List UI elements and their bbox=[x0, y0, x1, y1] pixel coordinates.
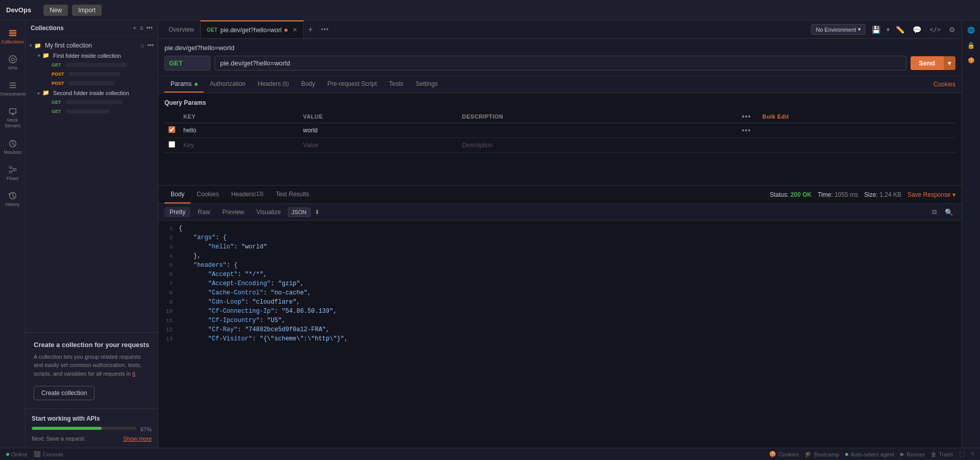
resp-tab-test-results[interactable]: Test Results bbox=[270, 186, 315, 203]
line-content: "args": { bbox=[179, 234, 227, 243]
code-view-preview[interactable]: Preview bbox=[217, 207, 249, 217]
req-tab-headers[interactable]: Headers (5) bbox=[252, 76, 295, 93]
tab-request[interactable]: GET pie.dev/get?hello=worl ✕ bbox=[200, 20, 304, 38]
req-tab-authorization[interactable]: Authorization bbox=[204, 76, 252, 93]
status-auto-select[interactable]: Auto-select agent bbox=[845, 451, 894, 457]
comment-icon-button[interactable]: 💬 bbox=[911, 24, 923, 36]
req-tab-body[interactable]: Body bbox=[295, 76, 321, 93]
param-key-1[interactable]: hello bbox=[179, 123, 299, 138]
online-dot bbox=[6, 453, 9, 456]
param-value-placeholder[interactable]: Value bbox=[299, 138, 458, 153]
copy-response-button[interactable]: ⧉ bbox=[930, 207, 939, 217]
save-button[interactable]: 💾 bbox=[870, 24, 882, 36]
status-runner[interactable]: ▶ Runner bbox=[900, 451, 925, 457]
show-more-link[interactable]: Show more bbox=[123, 435, 152, 442]
progress-bar-fill bbox=[32, 427, 102, 430]
sidebar-item-apis[interactable]: APIs bbox=[2, 51, 24, 75]
bulk-edit-button[interactable]: Bulk Edit bbox=[762, 113, 789, 120]
url-input[interactable] bbox=[214, 56, 906, 71]
line-content: "Cdn-Loop": "cloudflare", bbox=[179, 298, 300, 308]
status-trash[interactable]: 🗑 Trash bbox=[931, 451, 953, 457]
create-collection-link[interactable]: it bbox=[132, 371, 135, 377]
param-desc-1[interactable] bbox=[458, 123, 738, 138]
tab-overview[interactable]: Overview bbox=[162, 20, 200, 38]
tab-bar-right: No Environment ▾ 💾 ▾ ✏️ 💬 </> ⚙ bbox=[811, 24, 958, 36]
sidebar-label-mock-servers: Mock Servers bbox=[4, 118, 22, 129]
three-dots-icon[interactable]: ••• bbox=[742, 112, 751, 121]
tab-add-button[interactable]: + bbox=[304, 25, 317, 34]
line-content: "hello": "world" bbox=[179, 243, 267, 252]
save-chevron-icon[interactable]: ▾ bbox=[887, 26, 890, 33]
param-desc-placeholder[interactable]: Description bbox=[458, 138, 738, 153]
tab-close-icon[interactable]: ✕ bbox=[293, 27, 297, 33]
env-selector[interactable]: No Environment ▾ bbox=[811, 24, 866, 35]
param-key-placeholder[interactable]: Key bbox=[179, 138, 299, 153]
search-response-button[interactable]: 🔍 bbox=[943, 207, 955, 217]
auto-select-label: Auto-select agent bbox=[850, 451, 894, 457]
add-collection-icon[interactable]: + bbox=[133, 25, 136, 32]
code-line: 5 "headers": { bbox=[158, 262, 962, 271]
more-options-icon[interactable]: ••• bbox=[146, 25, 153, 32]
sidebar-item-history[interactable]: History bbox=[2, 187, 24, 211]
code-view-visualize[interactable]: Visualize bbox=[251, 207, 286, 217]
param-value-1[interactable]: world bbox=[299, 123, 458, 138]
sidebar-item-monitors[interactable]: Monitors bbox=[2, 135, 24, 159]
sidebar-item-collections[interactable]: Collections bbox=[2, 25, 24, 49]
line-number: 3 bbox=[158, 243, 179, 252]
settings-icon-button[interactable]: ⚙ bbox=[947, 24, 958, 36]
code-icon-button[interactable]: </> bbox=[927, 24, 943, 35]
folder2-header[interactable]: ▸ 📁 Second folder inside collection bbox=[34, 88, 158, 98]
req-tab-pre-request[interactable]: Pre-request Script bbox=[321, 76, 383, 93]
status-online[interactable]: Online bbox=[6, 451, 28, 457]
table-row: Key Value Description bbox=[164, 138, 955, 153]
code-view-pretty[interactable]: Pretty bbox=[164, 207, 190, 217]
sidebar-item-mock-servers[interactable]: Mock Servers bbox=[2, 103, 24, 133]
row-checkbox-1[interactable] bbox=[169, 126, 175, 133]
sidebar-item-flows[interactable]: Flows bbox=[2, 161, 24, 185]
sidebar-item-environments[interactable]: Environments bbox=[2, 77, 24, 101]
folder1-header[interactable]: ▾ 📁 First folder inside collection bbox=[34, 51, 158, 60]
sort-icon[interactable]: ≡ bbox=[139, 25, 143, 32]
lock-icon[interactable]: 🔒 bbox=[965, 40, 977, 51]
resp-tab-cookies[interactable]: Cookies bbox=[190, 186, 225, 203]
import-button[interactable]: Import bbox=[72, 5, 102, 16]
collection-row[interactable]: ▾ 📁 My first collection ☆ ••• bbox=[26, 40, 158, 51]
send-dropdown-button[interactable]: ▾ bbox=[943, 56, 955, 70]
send-button[interactable]: Send bbox=[911, 56, 943, 70]
code-view-raw[interactable]: Raw bbox=[193, 207, 215, 217]
save-response-button[interactable]: Save Response ▾ bbox=[907, 191, 955, 198]
status-help[interactable]: ? bbox=[971, 451, 974, 457]
tab-method-badge: GET bbox=[207, 27, 218, 33]
req-tab-tests[interactable]: Tests bbox=[383, 76, 410, 93]
create-collection-button[interactable]: Create collection bbox=[34, 386, 94, 400]
line-content: }, bbox=[179, 252, 201, 262]
status-expand[interactable]: ⛶ bbox=[959, 451, 965, 457]
row-checkbox-2[interactable] bbox=[169, 141, 175, 148]
filter-icon[interactable]: ⬇ bbox=[315, 209, 320, 216]
folder1-row: ▾ 📁 First folder inside collection GET P… bbox=[26, 51, 158, 88]
code-line: 12 "Cf-Ray": "74882bce5d9f0a12-FRA", bbox=[158, 326, 962, 335]
req-tab-params[interactable]: Params bbox=[164, 76, 204, 93]
cookie-icon[interactable]: 🍪 bbox=[966, 55, 977, 66]
line-number: 2 bbox=[158, 234, 179, 243]
status-bootcamp[interactable]: 🎓 Bootcamp bbox=[805, 451, 840, 457]
collection-star-icon[interactable]: ☆ bbox=[140, 42, 145, 49]
tab-more-button[interactable]: ••• bbox=[317, 26, 333, 33]
post-badge-1: POST bbox=[50, 71, 66, 77]
new-button[interactable]: New bbox=[43, 5, 68, 16]
req-tab-settings[interactable]: Settings bbox=[410, 76, 444, 93]
collection-more-icon[interactable]: ••• bbox=[147, 42, 154, 49]
code-line: 1{ bbox=[158, 225, 962, 234]
table-row: hello world ••• bbox=[164, 123, 955, 138]
status-console[interactable]: ⬛ Console bbox=[34, 451, 63, 457]
format-select[interactable]: JSON XML HTML Text bbox=[288, 208, 310, 217]
globe-icon[interactable]: 🌐 bbox=[965, 25, 977, 36]
edit-icon-button[interactable]: ✏️ bbox=[894, 24, 906, 36]
status-cookies[interactable]: 🍪 Cookies bbox=[769, 451, 799, 457]
cookies-link[interactable]: Cookies bbox=[934, 81, 955, 88]
resp-tab-body[interactable]: Body bbox=[164, 186, 190, 203]
method-select[interactable]: GET POST PUT DELETE PATCH bbox=[164, 56, 210, 71]
resp-tab-headers[interactable]: Headers (13) bbox=[225, 186, 270, 203]
request-placeholder-3 bbox=[69, 81, 115, 85]
row-more-1[interactable]: ••• bbox=[738, 123, 758, 138]
